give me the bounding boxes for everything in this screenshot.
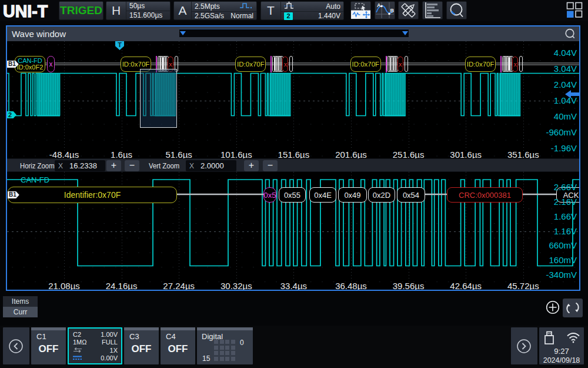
frame-flag-bubble: x	[47, 56, 55, 72]
digital-bit-cell	[214, 357, 218, 361]
acquire-wave-icon	[239, 2, 253, 11]
channel-1-state: OFF	[31, 343, 66, 355]
decode-data-bubble: 0x54	[397, 187, 425, 203]
volt-axis-label: 2.16V	[554, 197, 577, 207]
zoom-waveform-plot[interactable]: 21.08µs24.16µs27.24µs30.32µs33.4µs36.48µ…	[7, 172, 579, 290]
digital-bit-cell	[225, 351, 229, 355]
identifier-bubble: Identifier:0x70F	[8, 187, 177, 203]
acquire-settings-button[interactable]: A 2.5Mpts 2.5GSa/s Normal	[173, 1, 257, 20]
volt-axis-label: 160mV	[549, 255, 577, 265]
channel-2-impedance: 1MΩ	[73, 339, 87, 346]
frame-id-bubble: ID:0x70F	[350, 57, 381, 72]
measure-button[interactable]	[398, 1, 419, 19]
usb-icon	[544, 330, 554, 347]
system-date: 2024/09/18	[539, 356, 584, 364]
frame-error-bubble: x	[397, 57, 403, 72]
bus-type-label: CAN-FD	[21, 175, 49, 184]
channel-4-state: OFF	[161, 343, 195, 355]
horiz-zoom-label: Horiz Zoom	[20, 160, 55, 171]
volt-axis-label: -960mV	[546, 127, 577, 137]
scrollbar-right-handle-icon[interactable]	[402, 31, 408, 35]
volt-axis-label: 4.04V	[554, 48, 577, 58]
frame-error-bubble: x	[282, 57, 288, 72]
channel-1-name: C1	[36, 332, 66, 341]
acquire-mode: Normal	[230, 12, 253, 20]
channel-1-button[interactable]: C1 OFF	[31, 327, 66, 364]
frame-id-label: ID:0x0F2	[17, 64, 44, 71]
channel-3-name: C3	[129, 332, 159, 341]
results-list-button[interactable]	[422, 1, 443, 19]
channel-2-button[interactable]: C2 1.00V 1MΩ FULL 1X 0.00V	[68, 327, 122, 364]
items-tab[interactable]: Items	[3, 296, 38, 307]
horiz-zoom-plus-button[interactable]: +	[106, 160, 121, 171]
wave-window-title: Wave window	[12, 26, 66, 41]
channel-2-bwlimit-icon	[73, 354, 83, 362]
vert-zoom-plus-button[interactable]: +	[244, 160, 259, 171]
wifi-icon	[566, 332, 580, 346]
decode-end-capsule	[289, 56, 293, 72]
cursor-measure-button[interactable]: A B	[375, 1, 395, 19]
horiz-zoom-input[interactable]: X 16.2338	[55, 160, 105, 171]
digital-bit-cell	[220, 340, 224, 344]
oscilloscope-app: UNI-T TRIGED H 50µs 151.600µs A 2.5Mpts …	[0, 0, 588, 368]
decode-data-bubble: 0x5	[263, 187, 276, 203]
trigger-settings-button[interactable]: T Auto 2 1.440V	[260, 1, 344, 20]
channel-3-color-strip	[124, 327, 159, 330]
zoom-selection-rect[interactable]	[140, 69, 177, 128]
trigger-edge-icon	[284, 2, 295, 11]
digital-channel-grid	[214, 340, 236, 362]
zoom-mode-button[interactable]	[350, 1, 371, 19]
volt-axis-label: -1.96V	[551, 143, 577, 153]
digital-color-strip	[197, 327, 253, 330]
volt-axis-label: 660mV	[549, 240, 577, 250]
svg-text:B: B	[390, 8, 395, 14]
horizontal-scrollbar[interactable]	[179, 29, 409, 37]
wave-window: Wave window -48.4µs1.6µs51.6µs101.6µs151…	[6, 25, 580, 291]
digital-bit-cell	[231, 340, 235, 344]
scrollbar-left-handle-icon[interactable]	[180, 31, 186, 35]
decode-separator-tick	[500, 56, 502, 72]
channel-bar-expand-button[interactable]	[511, 327, 537, 364]
horizontal-position: 151.600µs	[129, 11, 162, 19]
volt-axis-label: -340mV	[546, 270, 577, 280]
volt-axis-label: 40mV	[554, 111, 577, 121]
trigger-source-badge: 2	[284, 12, 293, 20]
brand-logo: UNI-T	[3, 2, 48, 22]
trigger-letter: T	[261, 2, 281, 19]
channel-2-bandwidth: FULL	[102, 339, 118, 346]
decode-data-bubble: 0x49	[338, 187, 367, 203]
channel-2-coupling-icon	[73, 347, 82, 354]
horiz-zoom-mult-sign: X	[58, 162, 63, 170]
digital-last-index: 15	[202, 354, 210, 363]
search-button[interactable]	[446, 1, 467, 19]
vert-zoom-input[interactable]: X 2.0000	[186, 160, 236, 171]
memory-depth: 2.5Mpts	[195, 2, 220, 11]
digital-bit-cell	[225, 346, 229, 350]
refresh-button[interactable]	[563, 299, 583, 317]
curr-tab[interactable]: Curr	[3, 307, 38, 317]
horizontal-settings-button[interactable]: H 50µs 151.600µs	[106, 1, 171, 20]
channel-2-probe: 1X	[110, 347, 118, 354]
channel-3-button[interactable]: C3 OFF	[124, 327, 159, 364]
digital-first-index: 0	[240, 339, 244, 347]
system-status-panel[interactable]: 9:27 2024/09/18	[539, 327, 584, 364]
channel-4-button[interactable]: C4 OFF	[161, 327, 195, 364]
digital-bit-cell	[214, 346, 218, 350]
channel-bar-collapse-button[interactable]	[3, 327, 29, 364]
channel-4-color-strip	[161, 327, 195, 330]
digital-channels-button[interactable]: Digital 0 15	[197, 327, 253, 364]
frame-id-bubble: ID:0x70F	[465, 57, 496, 72]
decode-end-capsule	[405, 56, 408, 72]
volt-axis-label: 1.16V	[554, 226, 577, 236]
bottom-channel-bar: C1 OFF C2 1.00V 1MΩ FULL 1X	[0, 326, 588, 368]
titlebar-magnifier-icon[interactable]	[564, 28, 576, 42]
add-button[interactable]	[546, 300, 560, 317]
horiz-zoom-minus-button[interactable]: −	[125, 160, 139, 171]
vert-zoom-label: Vert Zoom	[149, 160, 179, 171]
acquire-letter: A	[174, 2, 192, 19]
trigger-sweep-mode: Auto	[326, 2, 340, 11]
window-layout-button[interactable]	[566, 2, 583, 21]
main-waveform-plot[interactable]: -48.4µs1.6µs51.6µs101.6µs151.6µs201.6µs2…	[7, 41, 579, 158]
vert-zoom-minus-button[interactable]: −	[263, 160, 278, 171]
timebase-scale: 50µs	[129, 2, 145, 10]
